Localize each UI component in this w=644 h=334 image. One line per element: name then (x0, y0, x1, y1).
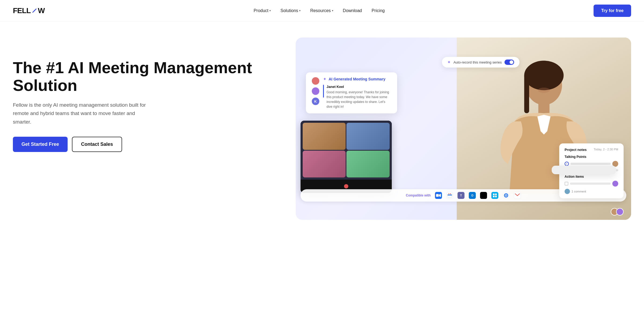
autorecord-toggle[interactable] (504, 60, 514, 65)
project-notes-card: Project notes Today, 2 - 2:30 PM Talking… (559, 143, 624, 198)
bottom-participant-avatars (611, 208, 624, 216)
checkbox-icon[interactable] (565, 182, 568, 185)
nav-links: Product ▾ Solutions ▾ Resources ▾ Downlo… (254, 8, 385, 13)
ai-summary-text: Good morning, everyone! Thanks for joini… (327, 90, 392, 109)
google-calendar-icon (446, 192, 453, 199)
navbar: FELL⟋W Product ▾ Solutions ▾ Resources ▾… (0, 0, 644, 21)
svg-rect-8 (448, 195, 452, 195)
nav-solutions[interactable]: Solutions ▾ (280, 8, 301, 13)
action-text (570, 183, 611, 185)
action-items-header: Action items (565, 175, 618, 179)
autorecord-pill: ✦ Auto-record this meeting series (442, 57, 519, 68)
video-cell-2 (346, 123, 390, 150)
hero-illustration: ✦ Auto-record this meeting series K ✦ AI… (296, 38, 631, 220)
participant-avatars: K (311, 77, 320, 106)
notes-title: Project notes (565, 148, 587, 152)
video-grid (301, 121, 392, 180)
ai-summary-title: AI Generated Meeting Summary (329, 77, 386, 81)
talking-points-header: Talking Points (565, 155, 618, 159)
zoom-icon (435, 192, 442, 199)
spark-icon: ✦ (447, 60, 451, 65)
contact-sales-button[interactable]: Contact Sales (72, 137, 122, 152)
video-cell-1 (303, 123, 346, 150)
svg-rect-5 (436, 194, 439, 197)
action-avatar (612, 181, 618, 187)
avatar-k: K (311, 97, 320, 106)
chrome-icon (503, 192, 510, 199)
svg-rect-2 (524, 74, 529, 113)
compat-label: Compatible with (406, 194, 431, 197)
avatar-2 (311, 87, 320, 95)
svg-rect-12 (495, 194, 497, 195)
ai-summary-card: K ✦ AI Generated Meeting Summary Janet K… (306, 72, 397, 113)
svg-rect-14 (495, 196, 497, 197)
card-divider (323, 85, 324, 98)
avatar-1 (311, 77, 320, 85)
hero-buttons: Get Started Free Contact Sales (13, 137, 285, 152)
nav-pricing[interactable]: Pricing (372, 8, 385, 13)
record-button[interactable] (344, 184, 348, 188)
action-item-1 (565, 181, 618, 187)
svg-rect-7 (448, 194, 452, 198)
chevron-down-icon: ▾ (299, 9, 301, 12)
ai-summary-author: Janet Keel (327, 85, 392, 89)
logo-slash: ⟋ (31, 6, 38, 15)
nav-download[interactable]: Download (343, 8, 362, 13)
svg-rect-9 (449, 193, 449, 194)
comment-count: 1 comment (572, 190, 586, 193)
try-for-free-button[interactable]: Try for free (594, 5, 631, 17)
talking-point-text (570, 163, 611, 165)
autorecord-label: Auto-record this meeting series (453, 60, 502, 64)
commenter-avatar (565, 189, 570, 194)
teams-icon: T (458, 192, 464, 199)
video-call-card (301, 121, 392, 193)
check-icon (565, 162, 569, 166)
svg-rect-10 (450, 193, 451, 194)
chevron-down-icon: ▾ (332, 9, 333, 12)
site-logo[interactable]: FELL⟋W (13, 6, 45, 15)
windows-icon (491, 192, 498, 199)
svg-point-4 (538, 88, 550, 93)
video-cell-3 (303, 151, 346, 178)
svg-rect-13 (493, 196, 495, 197)
video-cell-4 (346, 151, 390, 178)
get-started-button[interactable]: Get Started Free (13, 137, 68, 152)
gmail-icon (514, 192, 521, 199)
hero-content: The #1 AI Meeting Management Solution Fe… (13, 38, 285, 152)
hero-section: The #1 AI Meeting Management Solution Fe… (0, 21, 644, 334)
hero-subtitle: Fellow is the only AI meeting management… (13, 101, 152, 126)
nav-product[interactable]: Product ▾ (254, 8, 271, 13)
card-divider (552, 166, 616, 174)
notes-time: Today, 2 - 2:30 PM (594, 148, 618, 151)
outlook-icon: O (469, 192, 476, 199)
chevron-down-icon: ▾ (269, 9, 271, 12)
comment-row: 1 comment (565, 189, 618, 194)
ai-spark-icon: ✦ (323, 77, 327, 81)
svg-point-1 (524, 61, 564, 90)
svg-rect-11 (493, 194, 495, 195)
svg-marker-6 (439, 194, 441, 197)
nav-resources[interactable]: Resources ▾ (310, 8, 333, 13)
hero-title: The #1 AI Meeting Management Solution (13, 59, 285, 94)
notes-card-header: Project notes Today, 2 - 2:30 PM (565, 148, 618, 152)
svg-point-17 (506, 195, 507, 196)
apple-icon (480, 192, 487, 199)
bottom-avatar-2 (616, 208, 624, 216)
